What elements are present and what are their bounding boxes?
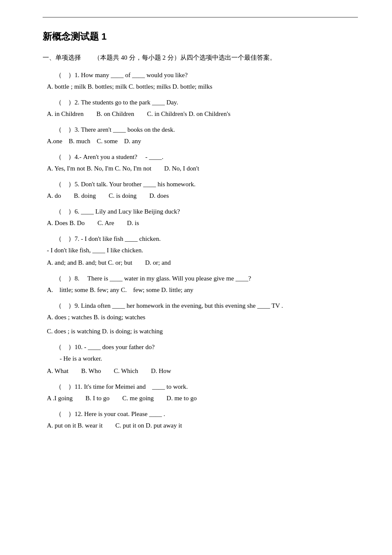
question-5-options: A. do B. doing C. is doing D. does	[47, 190, 358, 202]
question-3-text: （ ）3. There aren't ____ books on the des…	[55, 124, 358, 136]
question-7: （ ）7. - I don't like fish ____ chicken. …	[43, 233, 358, 269]
question-5: （ ）5. Don't talk. Your brother ____ his …	[43, 179, 358, 202]
question-9-options2: C. does ; is watching D. is doing; is wa…	[47, 326, 358, 337]
question-11-text: （ ）11. It's time for Meimei and ____ to …	[55, 381, 358, 393]
question-1: （ ）1. How many ____ of ____ would you li…	[43, 69, 358, 92]
question-6-options: A. Does B. Do C. Are D. is	[47, 217, 358, 229]
question-6: （ ）6. ____ Lily and Lucy like Beijing du…	[43, 206, 358, 229]
question-7-options: A. and; and B. and; but C. or; but D. or…	[47, 257, 358, 269]
question-8-text: （ ）8. There is ____ water in my glass. W…	[55, 273, 358, 284]
question-2-options: A. in Children B. on Children C. in Chil…	[47, 108, 358, 120]
question-9-options1: A. does ; watches B. is doing; watches	[47, 312, 358, 323]
page-title: 新概念测试题 1	[43, 30, 358, 43]
question-12-text: （ ）12. Here is your coat. Please ____ .	[55, 408, 358, 420]
question-6-text: （ ）6. ____ Lily and Lucy like Beijing du…	[55, 206, 358, 217]
top-divider	[43, 17, 358, 17]
question-8-options: A. little; some B. few; any C. few; some…	[47, 284, 358, 296]
question-3: （ ）3. There aren't ____ books on the des…	[43, 124, 358, 147]
question-8: （ ）8. There is ____ water in my glass. W…	[43, 273, 358, 296]
question-1-text: （ ）1. How many ____ of ____ would you li…	[55, 69, 358, 81]
question-10-text: （ ）10. - ____ does your father do?	[55, 341, 358, 353]
question-1-options: A. bottle ; milk B. bottles; milk C. bot…	[47, 81, 358, 92]
question-9-text: （ ）9. Linda often ____ her homework in t…	[55, 300, 358, 312]
question-2: （ ）2. The students go to the park ____ D…	[43, 97, 358, 120]
question-5-text: （ ）5. Don't talk. Your brother ____ his …	[55, 179, 358, 190]
question-10-options: A. What B. Who C. Which D. How	[47, 365, 358, 377]
question-3-options: A.one B. much C. some D. any	[47, 136, 358, 147]
question-12: （ ）12. Here is your coat. Please ____ . …	[43, 408, 358, 431]
question-11: （ ）11. It's time for Meimei and ____ to …	[43, 381, 358, 404]
question-10-subline: - He is a worker.	[47, 353, 358, 364]
question-12-options: A. put on it B. wear it C. put it on D. …	[47, 420, 358, 431]
question-7-subline: - I don't like fish, ____ I like chicken…	[47, 245, 358, 256]
section-header: 一、单项选择 （本题共 40 分，每小题 2 分）从四个选项中选出一个最佳答案。	[43, 52, 358, 63]
question-2-text: （ ）2. The students go to the park ____ D…	[55, 97, 358, 108]
question-11-options: A .I going B. I to go C. me going D. me …	[47, 393, 358, 404]
question-7-text: （ ）7. - I don't like fish ____ chicken.	[55, 233, 358, 245]
question-9: （ ）9. Linda often ____ her homework in t…	[43, 300, 358, 337]
question-4-options: A. Yes, I'm not B. No, I'm C. No, I'm no…	[47, 163, 358, 174]
question-10: （ ）10. - ____ does your father do? - He …	[43, 341, 358, 377]
question-4-text: （ ）4.- Aren't you a student? - ____.	[55, 151, 358, 163]
question-4: （ ）4.- Aren't you a student? - ____. A. …	[43, 151, 358, 174]
